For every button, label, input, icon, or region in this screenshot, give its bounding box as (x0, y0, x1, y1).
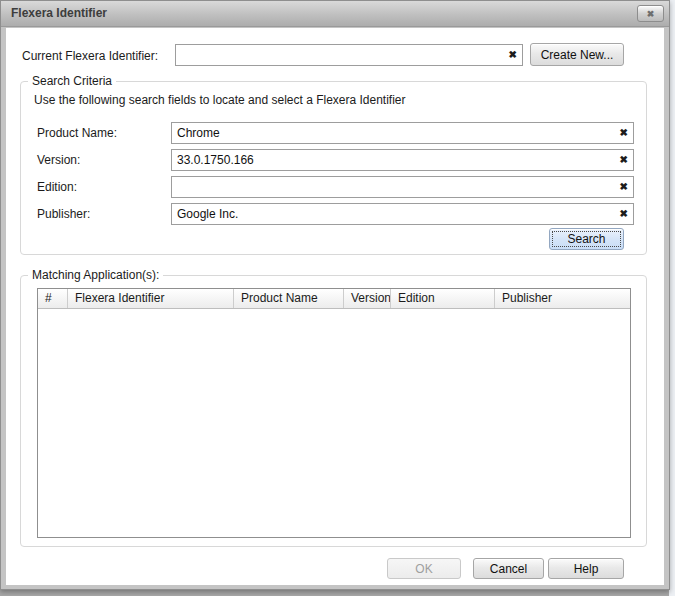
current-identifier-label: Current Flexera Identifier: (22, 49, 158, 63)
current-identifier-field-wrap: ✖ (175, 44, 523, 66)
column-header-publisher[interactable]: Publisher (495, 289, 630, 308)
search-instruction-text: Use the following search fields to locat… (34, 93, 406, 107)
table-body-empty (38, 309, 630, 537)
table-header-row: # Flexera Identifier Product Name Versio… (38, 289, 630, 309)
publisher-field-wrap: ✖ (171, 203, 634, 225)
column-header-product-name[interactable]: Product Name (234, 289, 344, 308)
column-header-flexera-identifier[interactable]: Flexera Identifier (68, 289, 234, 308)
clear-icon[interactable]: ✖ (509, 50, 517, 60)
matching-applications-group: Matching Application(s): # Flexera Ident… (20, 275, 647, 547)
search-button[interactable]: Search (549, 228, 624, 250)
ok-button[interactable]: OK (387, 558, 461, 579)
publisher-input[interactable] (172, 204, 633, 224)
clear-icon[interactable]: ✖ (620, 182, 628, 192)
clear-icon[interactable]: ✖ (620, 155, 628, 165)
product-name-input[interactable] (172, 123, 633, 143)
product-name-label: Product Name: (37, 126, 117, 140)
product-name-field-wrap: ✖ (171, 122, 634, 144)
help-button[interactable]: Help (548, 558, 624, 579)
dialog-body: Current Flexera Identifier: ✖ Create New… (6, 28, 664, 585)
dialog-title: Flexera Identifier (11, 1, 107, 26)
version-field-wrap: ✖ (171, 149, 634, 171)
edition-label: Edition: (37, 180, 77, 194)
search-criteria-group-title: Search Criteria (28, 74, 116, 89)
clear-icon[interactable]: ✖ (620, 209, 628, 219)
screen: Flexera Identifier ✖ Current Flexera Ide… (0, 0, 675, 596)
edition-input[interactable] (172, 177, 633, 197)
current-identifier-input[interactable] (176, 45, 522, 65)
matching-applications-group-title: Matching Application(s): (28, 268, 163, 283)
column-header-number[interactable]: # (38, 289, 68, 308)
flexera-identifier-dialog: Flexera Identifier ✖ Current Flexera Ide… (0, 0, 670, 590)
cancel-button[interactable]: Cancel (473, 558, 544, 579)
close-icon[interactable]: ✖ (637, 5, 664, 22)
create-new-button[interactable]: Create New... (530, 43, 624, 66)
search-criteria-group: Search Criteria Use the following search… (20, 81, 647, 255)
version-input[interactable] (172, 150, 633, 170)
matching-applications-table: # Flexera Identifier Product Name Versio… (37, 288, 631, 538)
clear-icon[interactable]: ✖ (620, 128, 628, 138)
edition-field-wrap: ✖ (171, 176, 634, 198)
dialog-titlebar[interactable]: Flexera Identifier ✖ (1, 1, 669, 27)
column-header-version[interactable]: Version (344, 289, 391, 308)
column-header-edition[interactable]: Edition (391, 289, 495, 308)
version-label: Version: (37, 153, 80, 167)
publisher-label: Publisher: (37, 207, 90, 221)
